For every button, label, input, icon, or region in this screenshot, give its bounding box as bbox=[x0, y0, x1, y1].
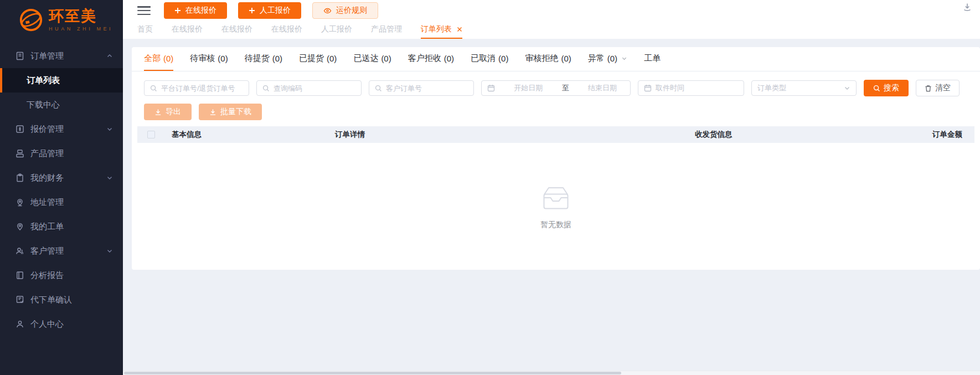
export-button[interactable]: 导出 bbox=[144, 104, 192, 120]
empty-state-text: 暂无数据 bbox=[540, 220, 571, 230]
sidebar-item-customer-management[interactable]: 客户管理 bbox=[0, 239, 123, 263]
order-type-placeholder: 订单类型 bbox=[757, 83, 786, 93]
chevron-up-icon bbox=[106, 53, 113, 59]
page-tabbar: 首页 在线报价 在线报价 在线报价 人工报价 产品管理 订单列表 bbox=[123, 21, 980, 39]
status-tab-all[interactable]: 全部 (0) bbox=[144, 47, 173, 71]
tab-product-management[interactable]: 产品管理 bbox=[371, 21, 402, 39]
status-tab-cancelled[interactable]: 已取消 (0) bbox=[471, 47, 508, 71]
price-icon bbox=[15, 125, 24, 134]
calendar-icon bbox=[487, 84, 495, 92]
brand-title: 环至美 bbox=[49, 8, 113, 25]
sidebar-item-address-management[interactable]: 地址管理 bbox=[0, 190, 123, 214]
status-count: (0) bbox=[561, 54, 571, 63]
order-list-panel: 全部 (0) 待审核 (0) 待提货 (0) 已提货 (0) 已送达 (0) 客… bbox=[132, 47, 980, 270]
sidebar-item-my-finance[interactable]: 我的财务 bbox=[0, 166, 123, 190]
sidebar-item-download-center[interactable]: 下载中心 bbox=[0, 93, 123, 117]
sidebar-item-label: 下载中心 bbox=[27, 100, 60, 110]
status-tab-review-rejected[interactable]: 审核拒绝 (0) bbox=[525, 47, 571, 71]
platform-order-no-field[interactable] bbox=[144, 80, 249, 96]
online-quote-button[interactable]: 在线报价 bbox=[164, 2, 227, 19]
status-count: (0) bbox=[607, 54, 617, 63]
search-icon bbox=[375, 85, 382, 92]
tab-manual-quote[interactable]: 人工报价 bbox=[321, 21, 352, 39]
users-icon bbox=[15, 246, 24, 256]
status-count: (0) bbox=[498, 54, 508, 63]
product-icon bbox=[15, 149, 24, 158]
order-type-select[interactable]: 订单类型 bbox=[751, 80, 857, 96]
sidebar-item-label: 订单列表 bbox=[27, 75, 60, 86]
sidebar-item-proxy-order-confirm[interactable]: 代下单确认 bbox=[0, 287, 123, 312]
sidebar-item-analysis-report[interactable]: 分析报告 bbox=[0, 263, 123, 287]
pickup-time-picker[interactable]: 取件时间 bbox=[638, 80, 744, 96]
tab-online-quote-3[interactable]: 在线报价 bbox=[271, 21, 302, 39]
customer-order-no-input[interactable] bbox=[386, 84, 468, 93]
sidebar-item-quote-management[interactable]: 报价管理 bbox=[0, 117, 123, 141]
brand-subtitle: HUAN ZHI MEI bbox=[49, 26, 113, 32]
tab-order-list[interactable]: 订单列表 bbox=[421, 21, 462, 39]
trash-icon bbox=[925, 85, 932, 92]
query-code-field[interactable] bbox=[256, 80, 362, 96]
sidebar-item-label: 订单管理 bbox=[30, 51, 64, 61]
tab-label: 订单列表 bbox=[421, 24, 452, 34]
status-count: (0) bbox=[163, 54, 173, 63]
clear-button[interactable]: 清空 bbox=[916, 80, 960, 96]
chevron-down-icon bbox=[106, 126, 113, 132]
location-icon bbox=[15, 198, 24, 207]
button-label: 运价规则 bbox=[336, 6, 367, 16]
status-tab-abnormal[interactable]: 异常 (0) bbox=[588, 47, 627, 71]
sidebar-item-my-workorder[interactable]: 我的工单 bbox=[0, 214, 123, 239]
menu-toggle-icon[interactable] bbox=[137, 6, 151, 15]
status-tabs: 全部 (0) 待审核 (0) 待提货 (0) 已提货 (0) 已送达 (0) 客… bbox=[132, 47, 980, 71]
sidebar-item-personal-center[interactable]: 个人中心 bbox=[0, 312, 123, 336]
select-all-checkbox[interactable] bbox=[147, 131, 155, 138]
document-check-icon bbox=[15, 295, 24, 305]
empty-state: 暂无数据 bbox=[132, 143, 980, 270]
status-label: 审核拒绝 bbox=[525, 53, 558, 64]
sidebar-item-label: 地址管理 bbox=[30, 197, 64, 208]
sidebar-item-order-list[interactable]: 订单列表 bbox=[0, 68, 123, 93]
status-tab-customer-rejected[interactable]: 客户拒收 (0) bbox=[408, 47, 454, 71]
tab-online-quote-1[interactable]: 在线报价 bbox=[172, 21, 203, 39]
button-label: 清空 bbox=[935, 83, 951, 93]
sidebar-item-label: 个人中心 bbox=[30, 319, 64, 330]
status-tab-pending-review[interactable]: 待审核 (0) bbox=[190, 47, 228, 71]
close-icon[interactable] bbox=[457, 27, 462, 32]
manual-quote-button[interactable]: 人工报价 bbox=[238, 2, 301, 19]
brand-logo: 环至美 HUAN ZHI MEI bbox=[0, 0, 123, 40]
status-label: 已提货 bbox=[299, 53, 324, 64]
column-shipping-info: 收发货信息 bbox=[688, 130, 914, 140]
top-header: 在线报价 人工报价 运价规则 bbox=[123, 0, 980, 21]
sidebar-item-order-management[interactable]: 订单管理 bbox=[0, 44, 123, 68]
customer-order-no-field[interactable] bbox=[369, 80, 474, 96]
horizontal-scrollbar[interactable] bbox=[123, 371, 980, 375]
platform-order-no-input[interactable] bbox=[161, 84, 243, 93]
date-range-picker[interactable]: 开始日期 至 结束日期 bbox=[481, 80, 631, 96]
tab-home[interactable]: 首页 bbox=[137, 21, 153, 39]
sidebar-item-label: 客户管理 bbox=[30, 246, 64, 256]
button-label: 搜索 bbox=[884, 83, 899, 93]
status-tab-workorder[interactable]: 工单 bbox=[644, 47, 661, 71]
column-order-amount: 订单金额 bbox=[914, 130, 974, 140]
user-icon bbox=[15, 320, 24, 329]
button-label: 批量下载 bbox=[220, 107, 251, 117]
sidebar-item-product-management[interactable]: 产品管理 bbox=[0, 141, 123, 166]
scrollbar-thumb[interactable] bbox=[124, 372, 621, 374]
status-count: (0) bbox=[272, 54, 282, 63]
freight-rules-button[interactable]: 运价规则 bbox=[312, 2, 378, 19]
query-code-input[interactable] bbox=[274, 84, 355, 93]
main-area: 在线报价 人工报价 运价规则 首页 在线报价 在线报价 在线报价 人工报价 产品… bbox=[123, 0, 980, 375]
batch-download-button[interactable]: 批量下载 bbox=[199, 104, 262, 120]
tab-online-quote-2[interactable]: 在线报价 bbox=[221, 21, 252, 39]
chevron-down-icon bbox=[844, 85, 850, 91]
button-label: 在线报价 bbox=[185, 6, 216, 16]
status-tab-delivered[interactable]: 已送达 (0) bbox=[353, 47, 391, 71]
status-tab-pending-pickup[interactable]: 待提货 (0) bbox=[245, 47, 282, 71]
status-tab-picked-up[interactable]: 已提货 (0) bbox=[299, 47, 337, 71]
search-button[interactable]: 搜索 bbox=[864, 80, 909, 96]
download-float-icon[interactable] bbox=[962, 2, 972, 14]
filter-bar: 开始日期 至 结束日期 取件时间 订单类型 搜索 清空 bbox=[132, 71, 980, 96]
status-label: 已送达 bbox=[353, 53, 378, 64]
date-separator: 至 bbox=[562, 83, 569, 93]
table-header-row: 基本信息 订单详情 收发货信息 订单金额 bbox=[137, 126, 974, 143]
plus-icon bbox=[249, 7, 255, 14]
